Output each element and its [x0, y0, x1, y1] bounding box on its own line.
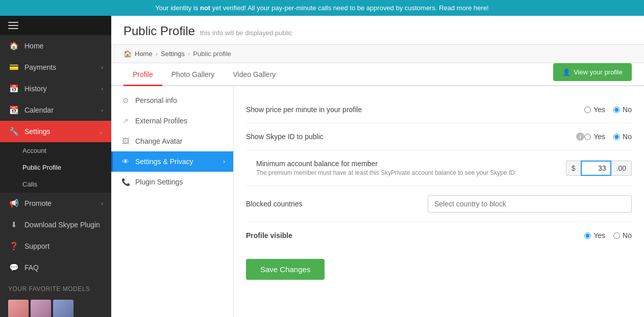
- sidenav-plugin-settings[interactable]: 📞 Plugin Settings: [111, 172, 233, 192]
- banner-text-prefix: Your identity is: [155, 4, 200, 12]
- promote-icon: 📢: [8, 199, 19, 208]
- show-price-no-option[interactable]: No: [613, 105, 632, 114]
- profile-visible-no-label: No: [623, 231, 632, 240]
- show-price-radio-group: Yes No: [584, 105, 632, 114]
- show-skype-no-label: No: [623, 133, 632, 141]
- breadcrumb-separator: ›: [156, 50, 158, 58]
- tab-photo-gallery[interactable]: Photo Gallery: [162, 63, 224, 86]
- favorite-avatar-1[interactable]: [8, 300, 29, 317]
- breadcrumb: 🏠 Home › Settings › Public profile: [111, 45, 644, 63]
- sidenav-personal-info[interactable]: ⚙ Personal info: [111, 90, 233, 111]
- sidebar-item-payments[interactable]: 💳 Payments ›: [0, 57, 111, 78]
- sidenav-personal-info-label: Personal info: [135, 96, 177, 104]
- external-link-icon: ↗: [121, 117, 130, 125]
- profile-visible-yes-label: Yes: [593, 231, 605, 240]
- sidenav-external-profiles-label: External Profiles: [135, 117, 187, 125]
- tabs: Profile Photo Gallery Video Gallery: [123, 63, 285, 85]
- show-skype-yes-option[interactable]: Yes: [584, 133, 605, 141]
- min-balance-sublabel: The premium member must have at least th…: [256, 169, 566, 176]
- sidebar-submenu-account[interactable]: Account: [0, 142, 111, 159]
- settings-sidenav: ⚙ Personal info ↗ External Profiles 🖼 Ch…: [111, 86, 234, 317]
- tab-video-gallery[interactable]: Video Gallery: [224, 63, 285, 86]
- info-icon[interactable]: i: [576, 133, 584, 141]
- show-price-no-label: No: [623, 105, 632, 114]
- home-icon: 🏠: [123, 50, 132, 58]
- show-skype-yes-radio[interactable]: [584, 134, 591, 140]
- country-select-input[interactable]: [428, 195, 632, 213]
- show-skype-no-option[interactable]: No: [613, 133, 632, 141]
- page-subtitle: this info will be displayed public: [200, 29, 292, 37]
- sidenav-external-profiles[interactable]: ↗ External Profiles: [111, 111, 233, 131]
- balance-input-group: $ .00: [566, 161, 632, 176]
- sidebar-label-faq: FAQ: [24, 263, 103, 272]
- view-profile-button[interactable]: 👤 View your profile: [553, 63, 632, 81]
- min-balance-row: Minimum account balance for member The p…: [246, 150, 632, 186]
- favorite-avatar-3[interactable]: [53, 300, 73, 317]
- banner-text-bold: not: [200, 4, 210, 12]
- sidebar-item-settings[interactable]: 🔧 Settings ⌄: [0, 121, 111, 142]
- sidebar-submenu-public-profile[interactable]: Public Profile: [0, 159, 111, 176]
- show-skype-radio-group: Yes No: [584, 133, 632, 141]
- chevron-right-icon: ›: [101, 200, 103, 206]
- show-skype-top-row: Show Skype ID to public i: [246, 133, 584, 141]
- blocked-countries-row: Blocked countries: [246, 186, 632, 222]
- profile-visible-label: Profile visible: [246, 231, 584, 240]
- show-price-label: Show price per minute in your profile: [246, 105, 584, 114]
- sidebar: 🏠 Home 💳 Payments › 📅 History › 📆 Calend…: [0, 16, 111, 317]
- sidebar-item-support[interactable]: ❓ Support: [0, 235, 111, 257]
- sidenav-change-avatar-label: Change Avatar: [135, 137, 182, 145]
- tab-profile[interactable]: Profile: [123, 63, 162, 86]
- tabs-bar: Profile Photo Gallery Video Gallery 👤 Vi…: [111, 63, 644, 86]
- breadcrumb-settings-link[interactable]: Settings: [161, 50, 185, 58]
- sidenav-settings-privacy-label: Settings & Privacy: [135, 157, 193, 166]
- show-skype-no-radio[interactable]: [613, 134, 620, 140]
- breadcrumb-current: Public profile: [193, 50, 231, 58]
- sidebar-label-home: Home: [24, 42, 103, 50]
- sidebar-label-settings: Settings: [24, 127, 98, 136]
- download-icon: ⬇: [8, 220, 19, 229]
- chevron-right-icon: ›: [101, 86, 103, 92]
- sidebar-toggle[interactable]: [0, 16, 111, 35]
- view-profile-label: View your profile: [574, 68, 623, 76]
- show-skype-label: Show Skype ID to public: [246, 133, 574, 141]
- profile-visible-yes-radio[interactable]: [584, 232, 591, 239]
- sidenav-settings-privacy[interactable]: 👁 Settings & Privacy ›: [111, 151, 233, 172]
- sidebar-label-calendar: Calendar: [24, 106, 101, 114]
- min-balance-input[interactable]: [581, 161, 611, 176]
- sidenav-change-avatar[interactable]: 🖼 Change Avatar: [111, 131, 233, 151]
- sidebar-item-download-skype[interactable]: ⬇ Download Skype Plugin: [0, 214, 111, 235]
- banner-text-suffix: yet verified! All your pay-per-minute ca…: [210, 4, 489, 12]
- home-icon: 🏠: [8, 41, 19, 50]
- profile-visible-no-option[interactable]: No: [613, 231, 632, 240]
- chevron-down-icon: ⌄: [98, 128, 103, 135]
- profile-visible-no-radio[interactable]: [613, 232, 620, 239]
- sidebar-item-calendar[interactable]: 📆 Calendar ›: [0, 99, 111, 121]
- sidenav-plugin-settings-label: Plugin Settings: [135, 178, 183, 186]
- notification-banner: Your identity is not yet verified! All y…: [0, 0, 644, 16]
- sidebar-label-promote: Promote: [24, 199, 101, 207]
- phone-icon: 📞: [121, 178, 130, 186]
- settings-submenu: Account Public Profile Calls: [0, 142, 111, 193]
- favorite-avatar-2[interactable]: [31, 300, 51, 317]
- show-price-yes-option[interactable]: Yes: [584, 105, 605, 114]
- page-title: Public Profile: [123, 24, 195, 38]
- sidebar-item-home[interactable]: 🏠 Home: [0, 35, 111, 57]
- history-icon: 📅: [8, 84, 19, 93]
- favorites-section-label: Your Favorite Models: [0, 278, 111, 296]
- sidebar-label-download-skype: Download Skype Plugin: [24, 221, 103, 229]
- settings-icon: 🔧: [8, 127, 19, 136]
- show-price-yes-radio[interactable]: [584, 107, 591, 113]
- sidebar-submenu-calls[interactable]: Calls: [0, 176, 111, 193]
- faq-icon: 💬: [8, 263, 19, 272]
- save-changes-button[interactable]: Save Changes: [246, 259, 325, 280]
- sidebar-item-faq[interactable]: 💬 FAQ: [0, 257, 111, 278]
- content-area: ⚙ Personal info ↗ External Profiles 🖼 Ch…: [111, 86, 644, 317]
- show-price-no-radio[interactable]: [613, 107, 620, 113]
- breadcrumb-home-link[interactable]: Home: [135, 50, 153, 58]
- blocked-countries-label: Blocked countries: [246, 200, 428, 208]
- breadcrumb-separator: ›: [188, 50, 190, 58]
- support-icon: ❓: [8, 242, 19, 251]
- sidebar-item-history[interactable]: 📅 History ›: [0, 78, 111, 99]
- profile-visible-yes-option[interactable]: Yes: [584, 231, 605, 240]
- sidebar-item-promote[interactable]: 📢 Promote ›: [0, 193, 111, 214]
